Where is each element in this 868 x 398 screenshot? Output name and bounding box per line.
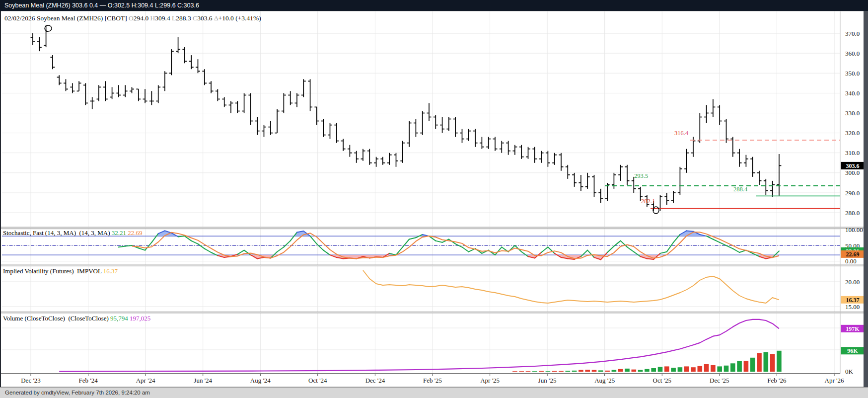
price-axis-tick-label: 340.0 — [845, 89, 860, 97]
volume-cumulative-line[interactable] — [59, 319, 779, 372]
stoch-k-line[interactable] — [634, 252, 640, 257]
stoch-k-line[interactable] — [660, 252, 667, 253]
volume-bar[interactable] — [638, 370, 643, 372]
volume-bar[interactable] — [625, 369, 630, 372]
stoch-k-line[interactable] — [409, 238, 416, 239]
volume-value: 95,794 — [110, 315, 128, 322]
volume-bar[interactable] — [704, 364, 709, 372]
x-axis-tick-label: Aug '25 — [594, 377, 615, 384]
volume-bar[interactable] — [539, 371, 544, 372]
volume-bar[interactable] — [592, 370, 597, 372]
stoch-k-line[interactable] — [521, 252, 528, 257]
stoch-k-line[interactable] — [244, 250, 251, 255]
stoch-k-line[interactable] — [125, 245, 132, 246]
volume-bar[interactable] — [717, 366, 722, 372]
volume-bar[interactable] — [684, 366, 689, 372]
price-axis-tick-label: 330.0 — [845, 109, 860, 117]
stoch-k-line[interactable] — [323, 250, 330, 255]
volume-bar[interactable] — [724, 366, 729, 372]
volume-bar[interactable] — [585, 370, 590, 372]
impvol-title: Implied Volatility (Futures) — [3, 267, 74, 275]
volume-bar[interactable] — [519, 371, 524, 372]
volume-bar[interactable] — [777, 351, 782, 372]
stoch-k-line[interactable] — [587, 250, 594, 257]
price-axis-tick-label: 320.0 — [845, 129, 860, 137]
stochastic-k-value: 32.21 — [112, 229, 126, 237]
volume-bar[interactable] — [757, 353, 762, 372]
volume-bar[interactable] — [546, 371, 551, 372]
volume-bar[interactable] — [750, 358, 755, 372]
price-axis-tick-label: 280.0 — [845, 209, 860, 217]
volume-bar[interactable] — [664, 366, 669, 372]
axis-badge-value: 22.69 — [846, 251, 860, 258]
volume-bar[interactable] — [598, 370, 603, 372]
stoch-k-line[interactable] — [290, 233, 297, 241]
stochastic-panel-label: Stochastic, Fast (14, 3, MA) (14, 3, MA)… — [3, 229, 143, 237]
stoch-k-line[interactable] — [720, 242, 726, 245]
volume-bar[interactable] — [764, 352, 769, 372]
x-axis-tick-label: Feb '25 — [423, 377, 442, 384]
stoch-k-line[interactable] — [310, 236, 317, 244]
stoch-k-line[interactable] — [284, 241, 290, 247]
stoch-k-line[interactable] — [145, 242, 151, 250]
header-date: 02/02/2026 — [4, 14, 35, 22]
volume-bar[interactable] — [618, 369, 623, 372]
volume-bar[interactable] — [770, 354, 775, 372]
stoch-k-line[interactable] — [139, 248, 145, 250]
volume-bar[interactable] — [658, 367, 663, 372]
stoch-k-line[interactable] — [568, 259, 574, 259]
stoch-k-line[interactable] — [277, 247, 284, 251]
chart-canvas[interactable]: Dec '23Feb '24Apr '24Jun '24Aug '24Oct '… — [0, 0, 868, 398]
x-axis-tick-label: Jun '24 — [194, 377, 212, 384]
volume-bar[interactable] — [572, 371, 577, 372]
volume-bar[interactable] — [532, 371, 537, 372]
stoch-k-line[interactable] — [627, 247, 634, 251]
price-axis-tick-label: 310.0 — [845, 149, 860, 157]
stoch-k-line[interactable] — [647, 259, 653, 259]
volume-bar[interactable] — [730, 363, 735, 372]
stoch-k-line[interactable] — [673, 235, 680, 242]
volume-bar[interactable] — [645, 369, 650, 372]
volume-bar[interactable] — [691, 367, 696, 372]
chart-header: 02/02/2026 Soybean Meal (ZMH26) [CBOT] O… — [4, 14, 261, 22]
price-level-label: 316.4 — [674, 130, 689, 137]
window-left-border — [0, 11, 1, 387]
stoch-k-line[interactable] — [191, 241, 198, 244]
volume-bar[interactable] — [698, 366, 703, 372]
impvol-line[interactable] — [363, 270, 779, 303]
volume-bar[interactable] — [605, 371, 610, 372]
status-bar: Generated by cmdtyView, February 7th 202… — [0, 387, 868, 398]
volume-bar[interactable] — [744, 361, 749, 372]
stoch-k-line[interactable] — [541, 247, 548, 252]
x-axis-tick-label: Oct '24 — [308, 377, 327, 384]
stoch-k-line[interactable] — [435, 241, 442, 242]
volume-bar[interactable] — [579, 370, 583, 372]
stoch-k-line[interactable] — [119, 246, 125, 247]
stoch-k-line[interactable] — [607, 246, 614, 252]
stoch-k-line[interactable] — [726, 245, 733, 248]
stoch-k-line[interactable] — [687, 231, 693, 231]
axis-badge-value: 303.6 — [846, 162, 860, 169]
volume-bar[interactable] — [552, 371, 557, 372]
right-scrollbar[interactable] — [864, 11, 868, 387]
stoch-k-line[interactable] — [178, 236, 185, 237]
volume-bar[interactable] — [632, 370, 637, 372]
volume-bar[interactable] — [512, 371, 517, 372]
stoch-k-line[interactable] — [733, 248, 739, 252]
volume-bar[interactable] — [559, 371, 564, 372]
stoch-k-line[interactable] — [198, 244, 205, 249]
stoch-k-line[interactable] — [462, 247, 469, 251]
stoch-k-line[interactable] — [403, 239, 409, 247]
volume-bar[interactable] — [671, 368, 676, 372]
volume-bar[interactable] — [678, 367, 683, 372]
stoch-k-line[interactable] — [713, 239, 720, 242]
close-label: C — [193, 14, 197, 22]
volume-bar[interactable] — [651, 368, 656, 372]
stoch-k-line[interactable] — [205, 248, 211, 252]
stoch-k-line[interactable] — [151, 234, 158, 242]
volume-bar[interactable] — [526, 371, 531, 372]
volume-bar[interactable] — [711, 365, 716, 372]
volume-bar[interactable] — [566, 371, 571, 372]
volume-bar[interactable] — [612, 370, 617, 372]
volume-bar[interactable] — [737, 361, 742, 372]
